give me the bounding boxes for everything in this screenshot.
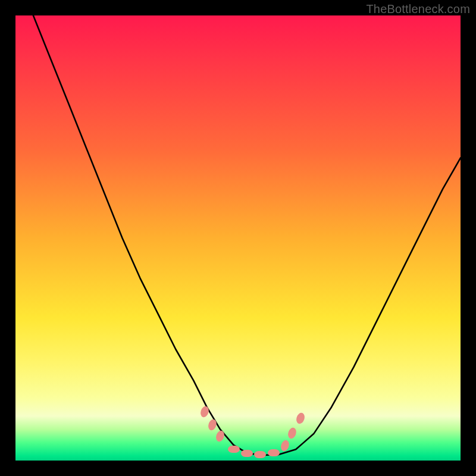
curve-marker bbox=[241, 450, 253, 457]
curve-marker bbox=[268, 449, 280, 456]
curve-marker bbox=[254, 451, 266, 458]
chart-frame: TheBottleneck.com bbox=[0, 0, 476, 476]
plot-area bbox=[15, 15, 461, 461]
bottleneck-curve bbox=[15, 15, 461, 461]
curve-marker bbox=[228, 446, 240, 453]
watermark-text: TheBottleneck.com bbox=[366, 2, 470, 16]
